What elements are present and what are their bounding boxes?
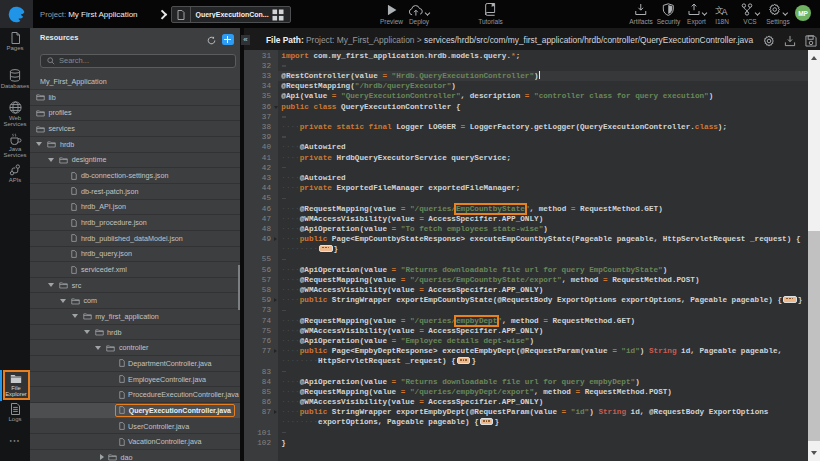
svg-text:A: A [722, 7, 728, 16]
